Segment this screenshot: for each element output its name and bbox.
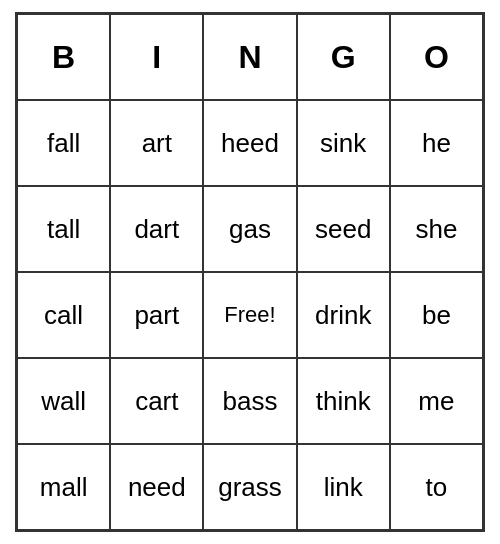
bingo-row-3: wallcartbassthinkme: [17, 358, 483, 444]
bingo-cell-3-3[interactable]: think: [297, 358, 390, 444]
bingo-cell-1-3[interactable]: seed: [297, 186, 390, 272]
header-cell-i: I: [110, 14, 203, 100]
header-cell-o: O: [390, 14, 483, 100]
bingo-cell-2-1[interactable]: part: [110, 272, 203, 358]
bingo-cell-2-4[interactable]: be: [390, 272, 483, 358]
bingo-cell-2-2[interactable]: Free!: [203, 272, 296, 358]
bingo-cell-4-3[interactable]: link: [297, 444, 390, 530]
header-cell-b: B: [17, 14, 110, 100]
bingo-row-4: mallneedgrasslinkto: [17, 444, 483, 530]
bingo-cell-0-0[interactable]: fall: [17, 100, 110, 186]
bingo-cell-3-0[interactable]: wall: [17, 358, 110, 444]
bingo-cell-3-2[interactable]: bass: [203, 358, 296, 444]
header-row: BINGO: [17, 14, 483, 100]
bingo-cell-0-2[interactable]: heed: [203, 100, 296, 186]
bingo-cell-1-1[interactable]: dart: [110, 186, 203, 272]
bingo-cell-4-2[interactable]: grass: [203, 444, 296, 530]
bingo-cell-4-4[interactable]: to: [390, 444, 483, 530]
bingo-card: BINGOfallartheedsinkhetalldartgasseedshe…: [15, 12, 485, 532]
header-cell-n: N: [203, 14, 296, 100]
bingo-cell-2-0[interactable]: call: [17, 272, 110, 358]
bingo-cell-3-4[interactable]: me: [390, 358, 483, 444]
bingo-cell-0-1[interactable]: art: [110, 100, 203, 186]
bingo-cell-0-4[interactable]: he: [390, 100, 483, 186]
bingo-cell-3-1[interactable]: cart: [110, 358, 203, 444]
bingo-row-2: callpartFree!drinkbe: [17, 272, 483, 358]
bingo-cell-1-2[interactable]: gas: [203, 186, 296, 272]
bingo-cell-4-1[interactable]: need: [110, 444, 203, 530]
bingo-row-1: talldartgasseedshe: [17, 186, 483, 272]
header-cell-g: G: [297, 14, 390, 100]
bingo-cell-1-0[interactable]: tall: [17, 186, 110, 272]
bingo-cell-4-0[interactable]: mall: [17, 444, 110, 530]
bingo-cell-0-3[interactable]: sink: [297, 100, 390, 186]
bingo-cell-2-3[interactable]: drink: [297, 272, 390, 358]
bingo-cell-1-4[interactable]: she: [390, 186, 483, 272]
bingo-row-0: fallartheedsinkhe: [17, 100, 483, 186]
